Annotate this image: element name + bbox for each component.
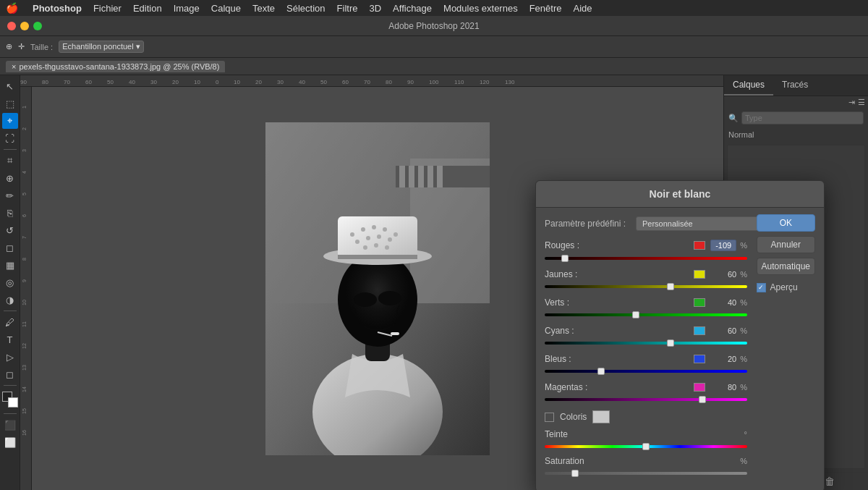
menu-image[interactable]: Image [174, 3, 200, 14]
shape-tool[interactable]: ◻ [2, 366, 18, 382]
crop-tool[interactable]: ⛶ [2, 130, 18, 146]
selection-tool[interactable]: ⬚ [2, 96, 18, 111]
slider-thumb-bleus[interactable] [597, 368, 605, 375]
slider-track-saturation[interactable] [545, 468, 747, 478]
vertical-ruler: 1 2 3 4 5 6 7 8 9 10 11 12 13 14 15 16 [20, 87, 32, 490]
svg-point-61 [355, 240, 359, 244]
path-select-tool[interactable]: ▷ [2, 349, 18, 365]
slider-label-cyans: Cyans : [545, 326, 592, 336]
svg-rect-46 [409, 166, 414, 187]
slider-value-bleus[interactable]: 20 [710, 355, 736, 363]
slider-track-cyans[interactable] [545, 338, 747, 348]
close-window-button[interactable] [7, 22, 16, 30]
slider-track-rouges[interactable] [545, 253, 747, 263]
eyedropper-tool[interactable]: ⌗ [2, 153, 18, 169]
eraser-tool[interactable]: ◻ [2, 240, 18, 255]
quick-mask-tool[interactable]: ⬛ [2, 417, 18, 433]
coloris-checkbox[interactable] [545, 413, 554, 422]
slider-track-teinte[interactable] [545, 442, 747, 452]
coloris-swatch[interactable] [592, 410, 610, 423]
menu-aide[interactable]: Aide [573, 3, 592, 14]
panel-search: 🔍 [724, 109, 868, 127]
slider-track-jaunes[interactable] [545, 282, 747, 292]
slider-rail-bleus [545, 370, 747, 373]
minimize-window-button[interactable] [20, 22, 29, 30]
slider-thumb-verts[interactable] [632, 311, 639, 318]
slider-value-rouges[interactable]: -109 [710, 240, 736, 251]
ok-button[interactable]: OK [757, 214, 815, 232]
svg-text:60: 60 [342, 79, 349, 85]
move-tool[interactable]: ↖ [2, 78, 18, 94]
auto-button[interactable]: Automatique [757, 258, 815, 275]
slider-rail-magentas [545, 398, 747, 401]
svg-rect-49 [437, 166, 443, 187]
menu-texte[interactable]: Texte [252, 3, 275, 14]
slider-track-verts[interactable] [545, 310, 747, 320]
menu-fenetre[interactable]: Fenêtre [529, 3, 562, 14]
brush-tool[interactable]: ✏ [2, 187, 18, 203]
slider-thumb-teinte[interactable] [642, 443, 650, 450]
slider-color-verts [694, 298, 705, 307]
menu-edition[interactable]: Edition [133, 3, 162, 14]
menu-3d[interactable]: 3D [369, 3, 381, 14]
tool-options-icon[interactable]: ⊕ [6, 42, 12, 51]
slider-track-bleus[interactable] [545, 366, 747, 376]
dodge-tool[interactable]: ◑ [2, 292, 18, 308]
slider-value-magentas[interactable]: 80 [710, 383, 736, 392]
svg-text:10: 10 [22, 300, 27, 305]
slider-thumb-rouges[interactable] [561, 255, 569, 262]
tab-close-icon[interactable]: × [12, 62, 16, 71]
slider-thumb-jaunes[interactable] [667, 283, 674, 290]
slider-thumb-magentas[interactable] [699, 396, 706, 403]
search-input[interactable] [741, 111, 864, 124]
tab-calques[interactable]: Calques [724, 75, 773, 96]
apple-menu[interactable]: 🍎 [6, 2, 18, 14]
pen-tool[interactable]: 🖊 [2, 314, 18, 330]
slider-value-jaunes[interactable]: 60 [710, 270, 736, 279]
apercu-checkbox[interactable] [757, 283, 766, 292]
trash-icon[interactable]: 🗑 [825, 476, 835, 487]
blur-tool[interactable]: ◎ [2, 274, 18, 290]
menu-selection[interactable]: Sélection [286, 3, 325, 14]
slider-value-verts[interactable]: 40 [710, 298, 736, 307]
background-color[interactable] [8, 397, 18, 407]
color-picker[interactable] [2, 392, 18, 407]
slider-track-magentas[interactable] [545, 394, 747, 405]
clone-tool[interactable]: ⎘ [2, 205, 18, 221]
menu-affichage[interactable]: Affichage [393, 3, 432, 14]
document-tab[interactable]: × pexels-thgusstavo-santana-1933873.jpg … [6, 61, 225, 72]
slider-row-verts: Verts : 40 % [545, 297, 747, 320]
slider-value-cyans[interactable]: 60 [710, 326, 736, 335]
svg-text:14: 14 [22, 386, 27, 392]
sample-dropdown[interactable]: Echantillon ponctuel ▾ [59, 41, 144, 53]
slider-thumb-cyans[interactable] [667, 339, 674, 347]
menu-fichier[interactable]: Fichier [93, 3, 122, 14]
menu-modules[interactable]: Modules externes [443, 3, 518, 14]
maximize-window-button[interactable] [33, 22, 42, 30]
traffic-lights [7, 22, 42, 30]
tab-traces[interactable]: Tracés [773, 75, 817, 96]
svg-text:20: 20 [255, 79, 262, 85]
svg-text:30: 30 [150, 79, 157, 85]
healing-tool[interactable]: ⊕ [2, 170, 18, 186]
slider-thumb-saturation[interactable] [571, 470, 579, 477]
sample-icon[interactable]: ✛ [18, 42, 25, 51]
photo-bw-image [265, 122, 490, 455]
menu-filtre[interactable]: Filtre [337, 3, 358, 14]
coloris-label: Coloris [560, 412, 587, 422]
panel-icon-2[interactable]: ☰ [858, 98, 865, 107]
screen-mode-tool[interactable]: ⬜ [2, 434, 18, 450]
svg-point-62 [366, 236, 370, 240]
teinte-header: Teinte ° [545, 429, 747, 439]
panel-icon-1[interactable]: ⇥ [848, 98, 855, 107]
window-title: Adobe Photoshop 2021 [388, 21, 479, 31]
text-tool[interactable]: T [2, 331, 18, 347]
cancel-button[interactable]: Annuler [757, 236, 815, 253]
slider-color-rouges [694, 241, 705, 250]
menu-calque[interactable]: Calque [211, 3, 241, 14]
slider-header-rouges: Rouges : -109 % [545, 240, 747, 251]
teinte-row: Teinte ° [545, 429, 747, 452]
gradient-tool[interactable]: ▦ [2, 257, 18, 273]
lasso-tool[interactable]: ⌖ [2, 113, 18, 129]
history-brush[interactable]: ↺ [2, 222, 18, 238]
